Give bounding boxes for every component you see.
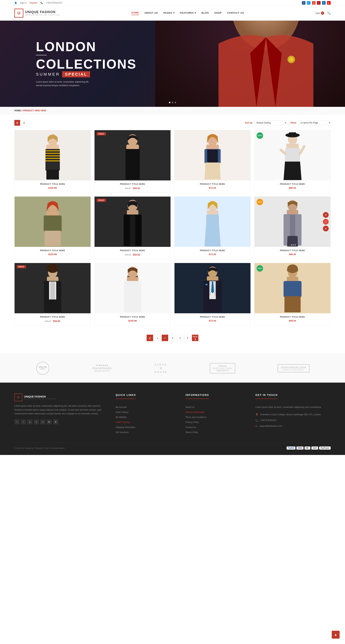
pagination: ❮ 1 2 3 4 5 Next ❯ — [14, 331, 331, 348]
twitter-icon[interactable]: t — [307, 1, 310, 5]
nav-about[interactable]: ABOUT US — [144, 12, 158, 15]
product-price: $230.99 — [97, 320, 168, 322]
product-card[interactable]: HOT 👁 🛒 ♥ — [254, 196, 331, 259]
breadcrumb-separator: // — [21, 109, 23, 112]
footer-brand-name: Unique Fashion — [24, 395, 56, 398]
youtube-icon[interactable]: ▶ — [327, 1, 331, 5]
product-card[interactable]: PRODUCT TITLE HERE $72.00 — [174, 263, 251, 326]
product-card[interactable]: PRODUCT TITLE HERE $230.99 — [14, 196, 91, 259]
nav-features[interactable]: FEATURES ▾ — [180, 12, 196, 15]
footer-rss-icon[interactable]: ◉ — [53, 420, 58, 424]
register-link[interactable]: Register — [30, 2, 38, 4]
deliveryinfo-link[interactable]: Delivery Information — [185, 411, 205, 414]
product-card[interactable]: PRODUCT TITLE HERE $72.00 — [174, 130, 251, 193]
hero-divider — [36, 55, 47, 55]
myaccount-link[interactable]: My Account — [116, 406, 127, 408]
page-4-button[interactable]: 4 — [177, 335, 183, 341]
hero-model-area — [155, 21, 345, 107]
privacypolicy-link[interactable]: Privacy Policy — [185, 421, 199, 424]
hero-dot-1[interactable] — [169, 102, 170, 103]
footer-googleplus-icon[interactable]: g — [27, 420, 32, 424]
contactus-link[interactable]: Contact Us — [185, 426, 196, 428]
product-card[interactable]: SALE PRODUCT TITLE HERE $96.00 $58.00 — [94, 196, 171, 259]
footer-informations: INFORMATIONS About Us Delivery Informati… — [185, 393, 248, 436]
brands-section: INSPIRATION BRAND VINTAGE Handmade WOOD … — [0, 354, 345, 382]
quick-view-button[interactable]: 👁 — [323, 212, 329, 218]
list-view-button[interactable]: ☰ — [21, 120, 27, 126]
dot-3[interactable] — [293, 244, 294, 246]
product-title: PRODUCT TITLE HERE — [17, 316, 88, 318]
svg-rect-15 — [46, 160, 60, 162]
dot-2[interactable] — [291, 244, 292, 246]
footer-link-item: My Wishlist — [116, 416, 178, 419]
nav-shop[interactable]: SHOP — [214, 12, 222, 15]
footer-twitter-icon[interactable]: t — [21, 420, 26, 424]
mywishlist-link[interactable]: My Wishlist — [116, 416, 127, 418]
giftvouchers-link[interactable]: Gift Vouchers — [116, 431, 129, 434]
product-price: $230.99 — [17, 186, 88, 189]
product-info: PRODUCT TITLE HERE $230.99 — [15, 180, 91, 192]
footer-youtube-icon[interactable]: ▶ — [47, 420, 52, 424]
product-card[interactable]: PRODUCT TITLE HERE $72.00 — [174, 196, 251, 259]
product-title: PRODUCT TITLE HERE — [257, 183, 328, 185]
product-card[interactable]: SALE PRODUCT TITLE HERE $96.00 — [14, 263, 91, 326]
product-figure-svg — [274, 130, 310, 180]
page-5-button[interactable]: 5 — [184, 335, 191, 341]
pagination-prev[interactable]: ❮ — [147, 335, 153, 341]
svg-rect-19 — [125, 149, 140, 180]
shippinginfo-link[interactable]: Shipping Information — [116, 426, 135, 428]
orderhistory-link[interactable]: Order History — [116, 411, 128, 414]
footer-social: f t g p in ▶ ◉ — [14, 420, 108, 424]
page-1-button[interactable]: 1 — [154, 335, 161, 341]
product-card[interactable]: NEW PRODUCT TITLE HERE — [254, 130, 331, 193]
hero-dot-3[interactable] — [175, 102, 176, 103]
facebook-icon[interactable]: f — [302, 1, 305, 5]
product-card[interactable]: SALE PRODUCT TITLE HERE $96.00 $58.00 — [94, 130, 171, 193]
footer-linkedin-icon[interactable]: in — [40, 420, 45, 424]
nav-blog[interactable]: BLOG — [201, 12, 209, 15]
nav-home[interactable]: HOME — [131, 11, 139, 15]
verified-icon: Verif — [311, 446, 318, 450]
logo[interactable]: U Unique Fashion WORLDWIDE ONLINE SHOPPI… — [14, 8, 60, 18]
hero-dot-2[interactable] — [172, 102, 173, 103]
sort-select-wrapper: Sort by: Default Sorting Price: Low to H… — [245, 120, 287, 125]
footer-link-item: About Us — [185, 406, 248, 409]
footer-phone: 📞 +440 875444137 — [255, 419, 331, 422]
product-card[interactable]: PRODUCT TITLE HERE $230.99 — [94, 263, 171, 326]
googleplus-icon[interactable]: g — [312, 1, 315, 5]
product-figure-svg — [195, 196, 230, 247]
termsandconditions-link[interactable]: Terms and Conditions — [185, 416, 206, 418]
nav-pages[interactable]: PAGES ▾ — [163, 12, 174, 15]
sort-select[interactable]: Default Sorting Price: Low to High Price… — [254, 120, 283, 125]
pinterest-icon[interactable]: p — [317, 1, 320, 5]
product-info: PRODUCT TITLE HERE $96.00 $58.00 — [15, 313, 91, 326]
svg-rect-25 — [286, 144, 299, 149]
footer-facebook-icon[interactable]: f — [14, 420, 20, 424]
page-2-button[interactable]: 2 — [162, 335, 168, 341]
breadcrumb-home[interactable]: HOME — [14, 109, 21, 112]
product-old-price: $96.00 — [125, 254, 131, 256]
pagination-next[interactable]: Next ❯ — [192, 335, 198, 341]
page-3-button[interactable]: 3 — [169, 335, 176, 341]
ordertracking-link[interactable]: Order Tracking — [116, 421, 130, 424]
nav-contact[interactable]: CONTACT US — [227, 12, 244, 15]
svg-rect-62 — [215, 281, 216, 296]
wishlist-button[interactable]: ♥ — [323, 226, 329, 232]
search-icon[interactable]: 🔍 — [327, 12, 331, 15]
footer-quick-links: QUICK LINKS My Account Order History My … — [116, 393, 178, 436]
add-to-cart-button[interactable]: 🛒 — [323, 219, 329, 224]
cart-button[interactable]: Cart 0 — [315, 12, 324, 15]
product-card[interactable]: PRODUCT TITLE HERE $230.99 — [14, 130, 91, 193]
footer-pinterest-icon[interactable]: p — [34, 420, 39, 424]
footer-link-item: Terms and Conditions — [185, 416, 248, 419]
returnpolicy-link[interactable]: Return Policy — [185, 431, 198, 434]
dot-1[interactable] — [289, 244, 290, 246]
grid-view-button[interactable]: ⊞ — [14, 120, 20, 126]
dot-4[interactable] — [295, 244, 296, 246]
filter-bar: ⊞ ☰ Sort by: Default Sorting Price: Low … — [14, 120, 331, 126]
product-title: PRODUCT TITLE HERE — [97, 316, 168, 318]
linkedin-icon[interactable]: in — [322, 1, 325, 5]
show-select[interactable]: 12 Items Per Page 24 Items Per Page 36 I… — [298, 120, 327, 125]
product-card[interactable]: NEW PRODUCT TITLE HERE $99.00 — [254, 263, 331, 326]
aboutus-link[interactable]: About Us — [185, 406, 194, 408]
